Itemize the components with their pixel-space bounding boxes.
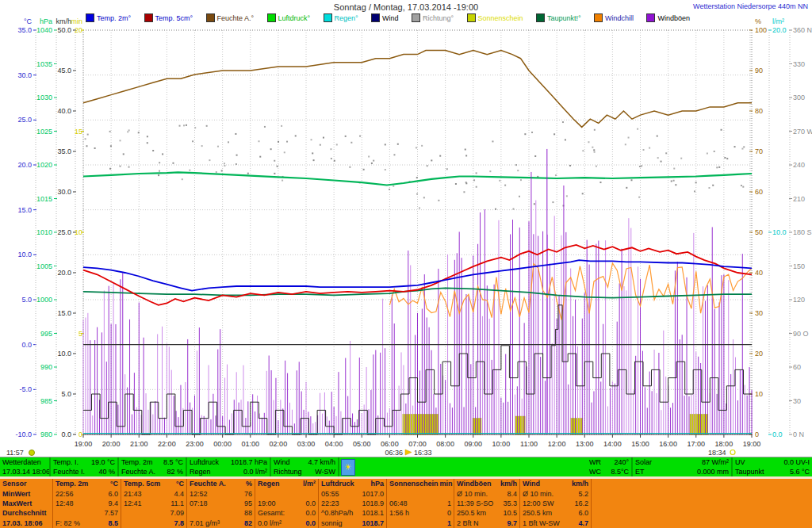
- svg-text:21:00: 21:00: [130, 440, 148, 448]
- table-cell-info: Gesamt:: [258, 508, 285, 518]
- table-cell: MaxWert: [0, 499, 52, 508]
- svg-text:10.0: 10.0: [772, 228, 787, 236]
- svg-text:10:00: 10:00: [492, 440, 511, 448]
- feuchte-a-swatch-icon: [206, 13, 215, 22]
- svg-text:11:57: 11:57: [6, 449, 24, 457]
- table-cell-info: ^0.8hPa/h: [321, 508, 353, 518]
- table-cell-value: 1: [447, 499, 451, 508]
- table-cell-value: 1018.9: [362, 499, 384, 508]
- table-cell: Sensor: [0, 479, 52, 488]
- windchill-swatch-icon: [594, 13, 603, 22]
- svg-text:20: 20: [755, 350, 763, 358]
- svg-text:100: 100: [755, 26, 767, 34]
- table-cell-value: 4.7: [578, 518, 588, 528]
- svg-text:-10.0: -10.0: [15, 430, 32, 438]
- datetime-value: 17.03.14 18:06: [2, 468, 50, 476]
- page-title: Sonntag / Montag, 17.03.2014 -19:00: [0, 2, 812, 12]
- svg-text:30.0: 30.0: [17, 71, 32, 79]
- svg-text:40.0: 40.0: [57, 107, 71, 115]
- table-cell-value: 9.7: [507, 518, 517, 528]
- table-cell: Temp. 5cm°C: [121, 479, 186, 488]
- table-cell: 7.01 g/m³82: [186, 518, 255, 528]
- svg-text:°C: °C: [24, 17, 33, 25]
- table-col-unit: °C: [110, 479, 118, 488]
- wind-swatch-icon: [371, 13, 380, 22]
- table-cell-value: 1017.0: [362, 489, 384, 499]
- svg-text:0 N: 0 N: [793, 430, 804, 438]
- svg-text:10: 10: [755, 390, 763, 398]
- legend-item-luftdruck: Luftdruck°: [267, 13, 311, 22]
- table-cell: 12:5276: [186, 488, 255, 498]
- svg-text:10.0: 10.0: [57, 350, 71, 358]
- table-cell-info: 12:00 SW: [523, 499, 554, 508]
- table-cell-info: 250.5 km: [457, 508, 486, 518]
- table-col-name: Regen: [258, 479, 280, 488]
- svg-text:0: 0: [755, 430, 759, 438]
- feuchte-i-value: 40 %: [98, 468, 115, 476]
- table-cell: 1:56 h0: [386, 508, 454, 518]
- table-cell: [255, 488, 318, 498]
- wind-label: Wind: [274, 458, 290, 466]
- table-col-name: Feuchte A.: [190, 479, 226, 488]
- svg-text:16:33: 16:33: [414, 449, 432, 457]
- svg-text:05:00: 05:00: [353, 440, 371, 448]
- svg-text:13:00: 13:00: [576, 440, 594, 448]
- stats-table: SensorTemp. 2m°CTemp. 5cm°CFeuchte A.%Re…: [0, 479, 812, 528]
- table-cell: Windböenkm/h: [454, 479, 519, 488]
- windboeen-swatch-icon: [646, 13, 655, 22]
- feuchte-a-value: 82 %: [167, 468, 183, 476]
- table-col-name: Sonnenschein: [389, 479, 439, 488]
- statusbar-cell-wind: Wind4.7 km/h RichtungW-SW: [271, 457, 339, 476]
- taupunkt-label: Taupunkt: [735, 468, 764, 476]
- svg-text:-5.0: -5.0: [19, 385, 32, 393]
- legend-item-richtung: Richtung°: [412, 13, 454, 22]
- svg-text:60: 60: [755, 188, 763, 196]
- wr-label: WR: [589, 458, 601, 466]
- table-cell: 7.8: [121, 518, 186, 528]
- svg-text:20.0: 20.0: [17, 161, 32, 169]
- statusbar-cell-temp-2m: Temp. 2m8.5 °C Feuchte A.82 %: [119, 457, 187, 476]
- taupunkt-swatch-icon: [536, 13, 545, 22]
- legend-item-temp-5cm: Temp. 5cm°: [144, 13, 193, 22]
- feuchte-i-label: Feuchte I.: [53, 468, 85, 476]
- legend-item-wind: Wind: [371, 13, 399, 22]
- richtung-swatch-icon: [412, 13, 420, 22]
- table-cell: 05:551017.0: [318, 488, 386, 498]
- table-cell: ^0.8hPa/h1018.1: [318, 508, 386, 518]
- svg-text:50.0: 50.0: [57, 26, 71, 34]
- svg-text:10.0: 10.0: [17, 251, 32, 258]
- table-cell-info: 7.01 g/m³: [190, 518, 220, 528]
- table-cell: [591, 488, 812, 498]
- table-cell: 250.5 km6.0: [519, 508, 591, 518]
- table-row-label: MaxWert: [2, 499, 32, 508]
- sonnenschein-swatch-icon: [467, 13, 476, 22]
- legend-item-regen: Regen°: [324, 13, 358, 22]
- svg-text:06:36: 06:36: [385, 449, 403, 457]
- table-row-label: Durchschnitt: [2, 508, 47, 518]
- svg-text:995: 995: [40, 330, 52, 338]
- table-cell-info: 1 Bft W-SW: [523, 518, 560, 528]
- table-cell-info: F: 82 %: [56, 518, 80, 528]
- svg-text:19:00: 19:00: [75, 440, 93, 448]
- table-cell: 1: [386, 518, 454, 528]
- table-cell-value: 7.09: [170, 508, 184, 518]
- table-cell-value: 4.4: [174, 489, 184, 499]
- table-cell: Sonnenscheinmin: [386, 479, 454, 488]
- legend-label: Temp. 5cm°: [155, 14, 193, 22]
- luftdruck-label: Luftdruck: [190, 458, 219, 466]
- taupunkt-value: 5.6 °C: [790, 468, 810, 476]
- svg-text:5.0: 5.0: [21, 296, 32, 304]
- svg-text:980: 980: [40, 430, 52, 438]
- table-cell: 1 Bft W-SW4.7: [519, 518, 591, 528]
- table-cell: MinWert: [0, 488, 52, 498]
- legend-label: Wind: [382, 14, 399, 22]
- solar-value: 87 W/m²: [702, 458, 729, 466]
- table-cell-info: Ø 10 min.: [457, 489, 488, 499]
- table-cell-value: 82: [244, 518, 252, 528]
- wc-label: WC: [589, 468, 601, 476]
- svg-text:l/m²: l/m²: [772, 17, 784, 25]
- temp-2m-value: 8.5 °C: [163, 458, 183, 466]
- table-cell-info: 06:48: [389, 499, 408, 508]
- table-cell-value: 76: [244, 489, 252, 499]
- svg-text:0.0: 0.0: [21, 341, 32, 349]
